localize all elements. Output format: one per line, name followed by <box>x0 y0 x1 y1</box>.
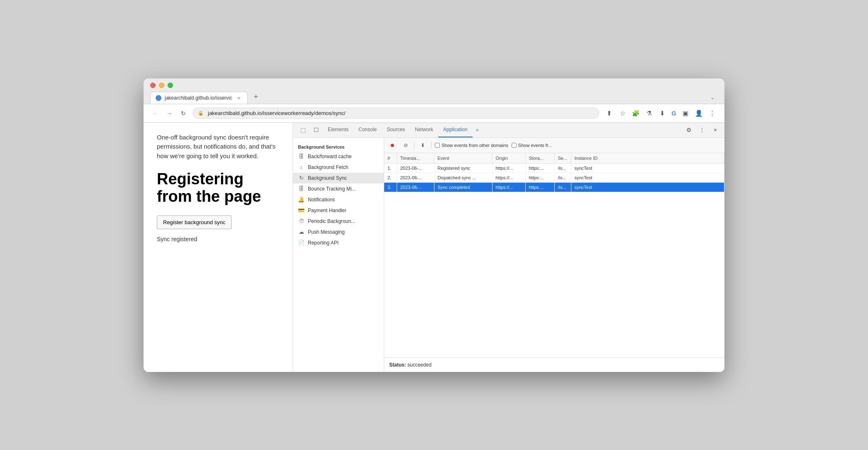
clear-button[interactable]: ⊘ <box>401 140 411 150</box>
show-other-domains-checkbox-group[interactable]: Show events from other domains <box>435 143 508 148</box>
col-event: Event <box>434 153 492 164</box>
tab-overflow-button[interactable]: ⌄ <box>707 93 718 102</box>
status-value: succeeded <box>407 362 432 368</box>
lab-icon[interactable]: ⚗ <box>643 108 655 119</box>
cell-storage: https:... <box>525 163 554 173</box>
devtools-close-icon[interactable]: × <box>710 124 721 136</box>
toolbar-separator <box>414 142 414 149</box>
new-tab-button[interactable]: + <box>250 91 262 103</box>
address-input[interactable]: 🔒 jakearchibald.github.io/isserviceworke… <box>193 108 599 119</box>
table-header-row: # Timesta... Event Origin Stora... Se...… <box>384 153 724 164</box>
status-area: Status: succeeded <box>384 357 724 372</box>
title-bar: jakearchibald.github.io/isservic × + ⌄ <box>144 78 724 104</box>
tab-application[interactable]: Application <box>438 122 473 137</box>
tab-favicon <box>156 95 161 101</box>
background-sync-table: # Timesta... Event Origin Stora... Se...… <box>384 153 724 192</box>
cell-instance-id: syncTest <box>571 163 724 173</box>
cell-se: /is... <box>554 163 571 173</box>
tab-close-button[interactable]: × <box>236 95 242 101</box>
show-events-checkbox-group[interactable]: Show events fr... <box>512 143 552 148</box>
minimize-button[interactable] <box>159 83 164 88</box>
cell-num: 2. <box>384 173 397 182</box>
tabs-bar: jakearchibald.github.io/isservic × + ⌄ <box>150 91 718 104</box>
sidebar-item-bounce-tracking-mi--[interactable]: 🗄 Bounce Tracking Mi... <box>293 183 384 194</box>
sidebar-item-icon: 📄 <box>298 240 305 246</box>
tab-network[interactable]: Network <box>410 122 438 137</box>
col-storage: Stora... <box>525 153 554 164</box>
sync-status: Sync registered <box>157 236 279 242</box>
sidebar-item-notifications[interactable]: 🔔 Notifications <box>293 194 384 205</box>
tab-elements[interactable]: Elements <box>323 122 354 137</box>
background-sync-panel: ⏺ ⊘ ⬇ Show events from other domains Sho… <box>384 138 724 372</box>
devtools-settings-icon[interactable]: ⚙ <box>683 124 695 136</box>
cell-storage: https:... <box>525 182 554 192</box>
sidebar-item-label: Background Fetch <box>308 164 348 170</box>
extension-icon[interactable]: 🧩 <box>630 108 641 119</box>
google-icon[interactable]: G <box>670 109 678 117</box>
close-button[interactable] <box>150 83 156 88</box>
sidebar-toggle-icon[interactable]: ▣ <box>680 108 691 119</box>
browser-window: jakearchibald.github.io/isservic × + ⌄ ←… <box>144 78 724 372</box>
devtools-sidebar: Background Services 🗄 Back/forward cache… <box>293 138 384 372</box>
devtools-tabs-bar: ⬚ ☐ Elements Console Sources Network App… <box>293 123 724 138</box>
cell-event: Sync completed <box>434 182 492 192</box>
sidebar-item-icon: 🗄 <box>298 186 305 192</box>
show-events-checkbox[interactable] <box>512 143 517 148</box>
cell-timestamp: 2023-06-... <box>397 182 434 192</box>
cell-event: Registered sync <box>434 163 492 173</box>
cell-num: 1. <box>384 163 397 173</box>
table-row[interactable]: 2. 2023-06-... Dispatched sync ... https… <box>384 173 724 182</box>
secure-icon: 🔒 <box>198 110 204 116</box>
devtools-body: Background Services 🗄 Back/forward cache… <box>293 138 724 372</box>
active-tab[interactable]: jakearchibald.github.io/isservic × <box>150 92 248 104</box>
sidebar-item-payment-handler[interactable]: 💳 Payment Handler <box>293 205 384 216</box>
forward-button[interactable]: → <box>164 108 174 118</box>
sidebar-item-icon: 🗄 <box>298 153 305 160</box>
page-description: One-off background sync doesn't require … <box>157 133 279 161</box>
table-row[interactable]: 1. 2023-06-... Registered sync https://.… <box>384 163 724 173</box>
browser-menu-icon[interactable]: ⋮ <box>706 108 718 119</box>
devtools-device-icon[interactable]: ☐ <box>310 123 323 137</box>
col-se: Se... <box>554 153 571 164</box>
sidebar-item-periodic-backgroun--[interactable]: ⏱ Periodic Backgroun... <box>293 216 384 227</box>
sidebar-item-label: Back/forward cache <box>308 154 351 159</box>
show-other-domains-checkbox[interactable] <box>435 143 440 148</box>
cell-origin: https://... <box>492 182 525 192</box>
sidebar-item-label: Reporting API <box>308 240 339 246</box>
sidebar-item-push-messaging[interactable]: ☁ Push Messaging <box>293 227 384 237</box>
register-sync-button[interactable]: Register background sync <box>157 215 232 229</box>
record-button[interactable]: ⏺ <box>388 140 397 150</box>
cell-origin: https://... <box>492 163 525 173</box>
share-icon[interactable]: ⬆ <box>603 108 615 119</box>
col-num: # <box>384 153 397 164</box>
bookmark-icon[interactable]: ☆ <box>617 108 628 119</box>
download-icon[interactable]: ⬇ <box>656 108 668 119</box>
devtools-inspect-icon[interactable]: ⬚ <box>296 123 310 137</box>
sidebar-section-title: Background Services <box>293 141 384 151</box>
sidebar-item-background-sync[interactable]: ↻ Background Sync <box>293 173 384 183</box>
cell-instance-id: syncTest <box>571 182 724 192</box>
table-body: 1. 2023-06-... Registered sync https://.… <box>384 163 724 192</box>
devtools-tab-overflow[interactable]: » <box>473 127 482 133</box>
address-bar: ← → ↻ 🔒 jakearchibald.github.io/isservic… <box>144 104 724 123</box>
sidebar-item-icon: 💳 <box>298 207 305 214</box>
refresh-button[interactable]: ↻ <box>178 108 188 118</box>
tab-console[interactable]: Console <box>354 122 382 137</box>
sidebar-item-reporting-api[interactable]: 📄 Reporting API <box>293 237 384 248</box>
sidebar-item-back-forward-cache[interactable]: 🗄 Back/forward cache <box>293 151 384 162</box>
profile-icon[interactable]: 👤 <box>693 108 705 119</box>
sidebar-item-label: Notifications <box>308 197 335 203</box>
tab-sources[interactable]: Sources <box>382 122 410 137</box>
devtools-menu-icon[interactable]: ⋮ <box>696 124 708 136</box>
back-button[interactable]: ← <box>150 108 160 118</box>
sidebar-item-label: Payment Handler <box>308 208 346 213</box>
sidebar-item-icon: ⏱ <box>298 218 305 225</box>
address-text: jakearchibald.github.io/isserviceworkerr… <box>208 110 346 116</box>
cell-num: 3. <box>384 182 397 192</box>
table-row[interactable]: 3. 2023-06-... Sync completed https://..… <box>384 182 724 192</box>
sidebar-item-background-fetch[interactable]: ↕ Background Fetch <box>293 162 384 173</box>
devtools-actions: ⚙ ⋮ × <box>683 124 721 136</box>
maximize-button[interactable] <box>168 83 173 88</box>
window-controls <box>150 83 718 88</box>
download-button[interactable]: ⬇ <box>418 140 428 150</box>
